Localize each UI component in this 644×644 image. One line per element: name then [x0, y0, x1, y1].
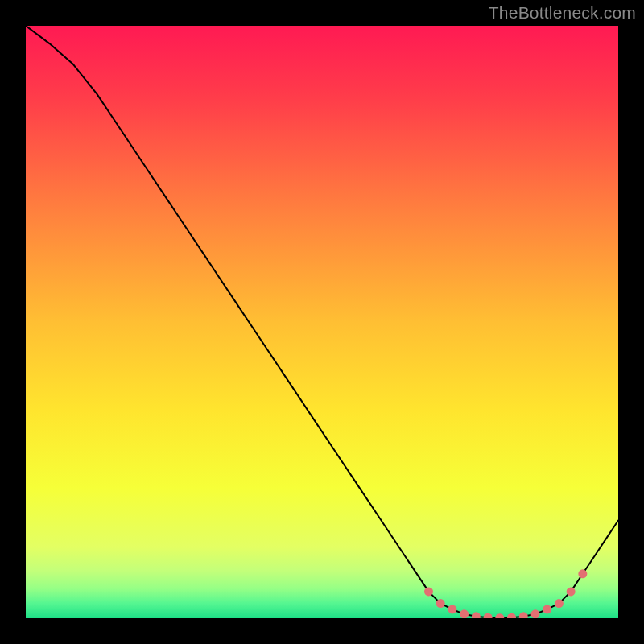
data-marker	[578, 569, 587, 578]
data-marker	[460, 609, 469, 618]
data-marker	[567, 587, 576, 596]
chart-background	[26, 26, 618, 618]
chart-svg	[26, 26, 618, 618]
data-marker	[424, 587, 433, 596]
data-marker	[555, 599, 564, 608]
bottleneck-chart	[26, 26, 618, 618]
data-marker	[543, 605, 551, 613]
attribution-text: TheBottleneck.com	[489, 3, 636, 23]
data-marker	[436, 599, 445, 608]
chart-container: TheBottleneck.com	[0, 0, 644, 644]
data-marker	[448, 605, 456, 613]
data-marker	[530, 609, 539, 618]
